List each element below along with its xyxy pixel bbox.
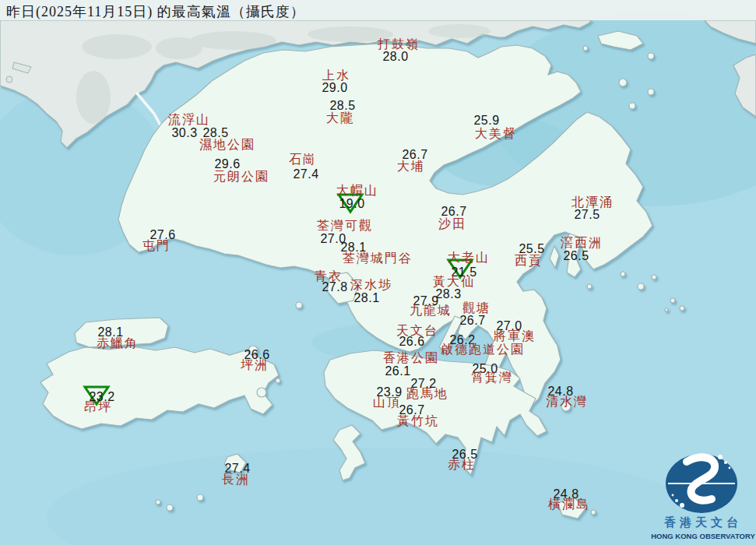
station-name: 筲箕灣 xyxy=(471,370,513,386)
station-name: 荃灣城門谷 xyxy=(343,251,413,267)
deep-bay-islet-2 xyxy=(6,76,12,83)
soko-island xyxy=(167,505,173,511)
hong-kong-basemap xyxy=(0,0,756,545)
station-name: 大隴 xyxy=(326,111,354,127)
station-name: 香港公園 xyxy=(383,350,439,367)
station-value: 27.4 xyxy=(293,167,318,181)
ma-wan-island xyxy=(296,302,302,308)
station-name: 坪洲 xyxy=(241,357,269,374)
hko-logo-english-name: HONG KONG OBSERVATORY xyxy=(650,532,756,540)
port-island xyxy=(648,89,654,95)
station-value: 26.5 xyxy=(563,249,589,263)
sunshine-island xyxy=(276,378,280,383)
basalt-island xyxy=(638,283,644,290)
station-name: 黃竹坑 xyxy=(397,413,439,430)
tap-mun-island xyxy=(619,79,627,86)
station-name: 屯門 xyxy=(142,238,171,255)
station-value: 28.1 xyxy=(353,291,379,305)
grass-island xyxy=(629,103,635,109)
station-name: 大老山 xyxy=(448,250,490,266)
ap-chau-island xyxy=(583,46,588,51)
station-value: 26.1 xyxy=(385,364,410,378)
station-name: 觀塘 xyxy=(462,301,491,317)
soko-island-2 xyxy=(156,500,160,505)
station-name: 大美督 xyxy=(475,126,517,142)
hko-logo-chinese-name: 香港天文台 xyxy=(652,515,754,530)
station-name: 荃灣可觀 xyxy=(317,218,373,234)
station-name: 西貢 xyxy=(515,253,543,269)
station-name: 石崗 xyxy=(289,152,317,168)
station-name: 長洲 xyxy=(222,472,250,488)
station-name: 清水灣 xyxy=(546,394,588,410)
max-temperature-map: 昨日(2025年11月15日) 的最高氣溫（攝氏度） 28.0打鼓嶺29.0上水… xyxy=(0,0,756,545)
station-name: 天文台 xyxy=(396,323,438,339)
station-name: 啟德跑道公園 xyxy=(441,342,525,358)
station-name: 山頂 xyxy=(373,395,401,411)
waglan-island xyxy=(591,510,596,515)
station-name: 元朗公園 xyxy=(213,169,269,185)
station-name: 黃大仙 xyxy=(433,274,475,290)
station-name: 青衣 xyxy=(315,269,343,285)
ninepin-island-3 xyxy=(665,308,668,311)
station-name: 九龍城 xyxy=(410,303,452,319)
station-name: 滘西洲 xyxy=(561,235,603,251)
station-name: 打鼓嶺 xyxy=(378,37,420,53)
station-name: 昂坪 xyxy=(84,399,112,416)
station-name: 大埔 xyxy=(397,159,425,175)
station-name: 沙田 xyxy=(438,216,466,233)
shelter-island xyxy=(587,284,592,289)
station-name: 濕地公園 xyxy=(199,137,255,153)
mirs-bay-islet xyxy=(648,53,654,59)
town-island xyxy=(621,272,625,276)
bluff-island xyxy=(652,275,656,280)
station-name: 赤柱 xyxy=(448,457,476,473)
station-value: 30.3 xyxy=(171,126,197,140)
station-name: 深水埗 xyxy=(350,277,392,294)
ninepin-island-2 xyxy=(680,306,684,311)
station-value: 19.0 xyxy=(339,197,364,211)
station-name: 上水 xyxy=(322,68,350,84)
station-name: 橫瀾島 xyxy=(548,497,590,513)
station-name: 赤鱲角 xyxy=(97,336,139,352)
map-title: 昨日(2025年11月15日) 的最高氣溫（攝氏度） xyxy=(6,2,305,21)
station-name: 大帽山 xyxy=(336,183,378,199)
ninepin-island xyxy=(670,298,675,303)
hei-ling-chau-island xyxy=(257,388,266,397)
station-name: 北潭涌 xyxy=(571,195,614,211)
station-name: 跑馬地 xyxy=(406,386,448,403)
shek-kwu-chau-island xyxy=(197,494,203,501)
